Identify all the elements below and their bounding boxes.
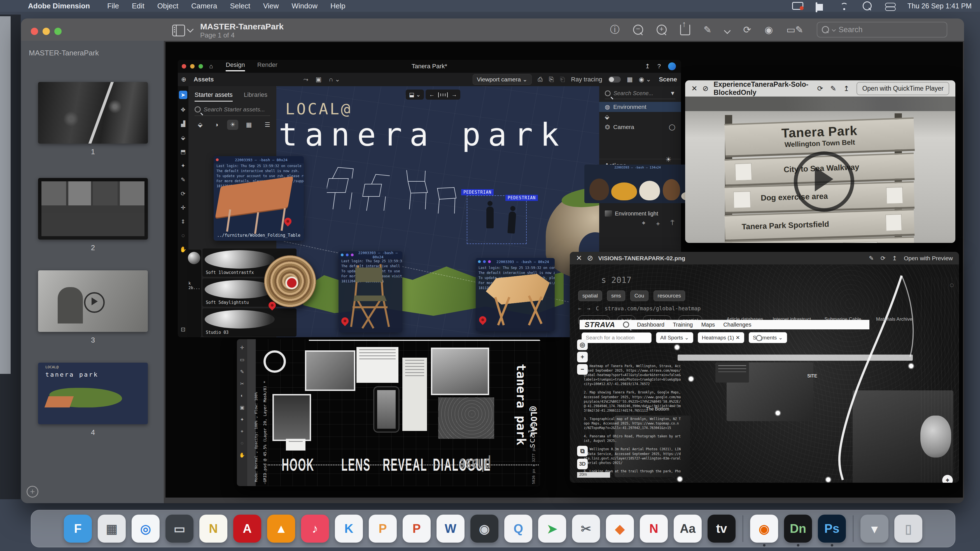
sidebar-chevron-icon[interactable] bbox=[188, 27, 192, 33]
dock-icon[interactable]: Ps bbox=[817, 514, 846, 543]
export-icon: ⤳ bbox=[304, 76, 309, 83]
dock-icon[interactable]: Dn bbox=[783, 514, 813, 543]
rotate-icon[interactable]: ⟳ bbox=[817, 84, 823, 93]
menu-item[interactable]: Object bbox=[158, 2, 178, 10]
video-frame[interactable]: Tanera Park Wellington Town Belt City to… bbox=[685, 97, 955, 243]
terminal-line: The default interactive shell is now zsh… bbox=[214, 168, 304, 173]
sidebar-zoom-button[interactable]: + bbox=[27, 486, 38, 497]
page-number: 1 bbox=[38, 148, 148, 156]
rotate-icon[interactable]: ⟳ bbox=[881, 255, 886, 262]
dock-icon[interactable]: ▦ bbox=[97, 514, 126, 543]
dock-icon[interactable]: ◉ bbox=[470, 514, 499, 543]
camera-undo-icon: ⎗ bbox=[560, 76, 565, 83]
menu-item[interactable]: Select bbox=[230, 2, 250, 10]
hand-tool-icon: ✋ bbox=[180, 246, 187, 253]
dock-icon[interactable]: Aa bbox=[673, 514, 702, 543]
spotlight-icon[interactable] bbox=[862, 2, 873, 10]
menu-item[interactable]: File bbox=[107, 2, 119, 10]
markup-button[interactable]: ✎ bbox=[704, 24, 712, 35]
menu-item[interactable]: Help bbox=[330, 2, 345, 10]
page-thumbnail[interactable]: 2 bbox=[38, 178, 148, 252]
dock-icon[interactable]: F bbox=[63, 514, 92, 543]
zoom-button[interactable] bbox=[54, 28, 62, 35]
dock-icon[interactable]: W bbox=[436, 514, 465, 543]
dock-icon[interactable]: A bbox=[233, 514, 262, 543]
info-button[interactable]: ⓘ bbox=[610, 23, 620, 36]
close-icon[interactable]: ✕ bbox=[576, 254, 582, 262]
share-icon[interactable]: ↥ bbox=[843, 84, 849, 93]
phase-word-flipped: phase bbox=[459, 455, 491, 475]
highlight-button[interactable]: ◉ bbox=[765, 24, 773, 35]
close-icon[interactable]: ✕ bbox=[691, 84, 697, 93]
wifi-icon[interactable] bbox=[839, 3, 849, 10]
dock-icon[interactable]: P bbox=[368, 514, 397, 543]
minimize-button[interactable] bbox=[43, 28, 50, 35]
menu-item[interactable]: Window bbox=[292, 2, 318, 10]
dock-icon[interactable]: ▭ bbox=[165, 514, 194, 543]
menu-bar: Adobe Dimension FileEditObjectCameraSele… bbox=[0, 0, 980, 12]
open-with-preview-button[interactable]: Open with Preview bbox=[904, 255, 953, 262]
dock-icon[interactable]: ✂ bbox=[571, 514, 601, 543]
menu-clock[interactable]: Thu 26 Sep 1:41 PM bbox=[907, 2, 972, 10]
dock-icon[interactable]: P bbox=[402, 514, 431, 543]
page-thumbnail[interactable]: LOCAL@tanera park 4 bbox=[38, 363, 148, 437]
strava-search-icon bbox=[623, 322, 629, 328]
search-field[interactable]: Search bbox=[817, 22, 947, 38]
dock-icon[interactable]: ♪ bbox=[301, 514, 329, 543]
dock-icon[interactable]: K bbox=[334, 514, 363, 543]
dock-icon[interactable]: ➤ bbox=[538, 514, 567, 543]
sidebar-toggle-icon[interactable] bbox=[172, 25, 185, 37]
page-thumbnail[interactable]: 3 bbox=[38, 270, 148, 345]
dock-icon[interactable] bbox=[851, 514, 855, 543]
play-button[interactable] bbox=[794, 151, 854, 212]
share-button[interactable] bbox=[680, 24, 690, 35]
markup-icon[interactable]: ✎ bbox=[830, 84, 836, 93]
photoshop-options-bar: Mode: Normal ⌄ Opacity: 100% ⌄ Flow: 100… bbox=[247, 339, 256, 486]
dock-icon[interactable] bbox=[741, 514, 745, 543]
magic-wand-icon: ✦ bbox=[181, 162, 186, 169]
menu-item[interactable]: View bbox=[263, 2, 279, 10]
locate-button: ◎ bbox=[577, 340, 588, 350]
dock-icon[interactable]: N bbox=[199, 514, 228, 543]
dim-doc-title: Tanera Park* bbox=[178, 63, 681, 70]
form-fill-button[interactable]: ▭✎ bbox=[786, 24, 803, 35]
scene-search-placeholder: Search Scene... bbox=[614, 90, 653, 97]
control-center-icon[interactable] bbox=[885, 3, 895, 10]
screen-mirroring-icon[interactable] bbox=[792, 2, 803, 10]
zoom-out-button[interactable]: − bbox=[633, 25, 643, 35]
menu-item[interactable]: Camera bbox=[191, 2, 217, 10]
rotate-button[interactable]: ⟳ bbox=[743, 24, 751, 35]
url-bar-fragment: ←→C strava.com/maps/global-heatmap bbox=[578, 304, 701, 313]
terminal-line: Last login: Thu Sep 25 13:59:32 on conso… bbox=[214, 164, 304, 168]
zoom-in-button[interactable]: + bbox=[657, 25, 667, 35]
dock-icon[interactable]: tv bbox=[707, 514, 736, 543]
open-with-quicktime-button[interactable]: Open with QuickTime Player bbox=[856, 82, 949, 95]
battery-icon[interactable] bbox=[816, 2, 827, 10]
browser-tab: spatial bbox=[578, 291, 602, 301]
director-chair-image bbox=[347, 262, 395, 330]
dock-icon[interactable]: ◎ bbox=[131, 514, 160, 543]
dock-icon[interactable]: ◉ bbox=[749, 514, 779, 543]
camera-bookmark-icon: ⎙ bbox=[538, 76, 543, 83]
view-options-icon: ◉ ⌄ bbox=[639, 76, 651, 83]
terminal-line: The default interactive shell is now zsh… bbox=[476, 270, 555, 275]
menu-app-name[interactable]: Adobe Dimension bbox=[28, 2, 90, 10]
pedestrian-label: PEDESTRIAN bbox=[505, 195, 538, 201]
url-text: strava.com/maps/global-heatmap bbox=[605, 305, 700, 311]
markup-icon[interactable]: ✎ bbox=[869, 255, 874, 262]
page-thumbnail[interactable]: 1 bbox=[38, 82, 148, 156]
filter-images-icon: ▦ bbox=[243, 120, 255, 130]
dock-icon[interactable]: Q bbox=[504, 514, 533, 543]
page-number: 2 bbox=[38, 243, 148, 252]
dock-icon[interactable]: ▲ bbox=[267, 514, 296, 543]
close-button[interactable] bbox=[31, 28, 38, 35]
dock-icon[interactable]: ▾ bbox=[860, 514, 889, 543]
moodboard-tag bbox=[286, 439, 305, 451]
dock-icon[interactable]: N bbox=[639, 514, 668, 543]
dock-icon[interactable]: ▯ bbox=[894, 514, 923, 543]
share-icon[interactable]: ↥ bbox=[892, 255, 897, 262]
collage-table-card: 22003393 — -bash — 80x24 Last login: Thu… bbox=[214, 156, 304, 241]
dock-icon[interactable]: ◆ bbox=[605, 514, 635, 543]
menu-item[interactable]: Edit bbox=[132, 2, 145, 10]
markup-chevron-icon[interactable] bbox=[725, 24, 730, 35]
